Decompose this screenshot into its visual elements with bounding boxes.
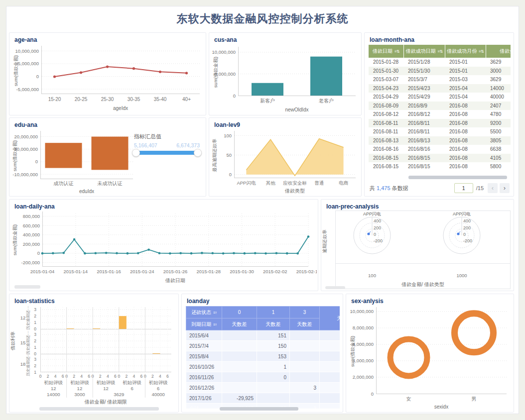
column-header[interactable]: 天数差 (257, 318, 290, 330)
svg-text:2: 2 (125, 374, 128, 379)
table-header-row: 还款状态≡↑013天数差 (186, 307, 340, 318)
svg-text:sum(借款金额): sum(借款金额) (12, 140, 17, 171)
slider-label: 指标汇总值 (134, 133, 200, 140)
table-cell: 2407 (486, 102, 511, 110)
table-cell: 2015/4/29 (403, 93, 445, 102)
table-cell: 2016/10/26 (186, 362, 222, 372)
next-page-button[interactable]: › (500, 183, 510, 193)
svg-text:6: 6 (157, 386, 159, 391)
table-cell: 3805 (486, 136, 511, 145)
svg-text:newOldIdx: newOldIdx (285, 107, 308, 112)
table-row: 2015/7/4150 (186, 341, 340, 351)
table-cell: 2016-08-09 (369, 102, 403, 110)
table-cell: 3629 (486, 75, 511, 84)
svg-text:10,000,000: 10,000,000 (14, 146, 38, 152)
column-header[interactable]: 借款成功月份≡⇅ (445, 45, 486, 58)
table-cell: 2016/8/11 (403, 119, 445, 128)
svg-text:初始评级: 初始评级 (97, 380, 116, 385)
svg-text:ageIdx: ageIdx (113, 105, 128, 111)
column-header[interactable]: 1 (257, 307, 290, 318)
horizontal-scrollbar[interactable] (220, 407, 298, 411)
horizontal-scrollbar[interactable] (14, 285, 40, 289)
sort-icon[interactable]: ≡⇅ (438, 49, 442, 54)
table-row: 2016-08-112016/8/112016-089200 (369, 119, 511, 128)
svg-text:2: 2 (73, 374, 75, 379)
column-header[interactable]: 借款成功日期≡⇅ (403, 45, 445, 58)
table-cell: 2016-08 (445, 136, 486, 145)
svg-text:12: 12 (51, 386, 56, 391)
table-row: 2015/8/4153 (186, 351, 340, 362)
table-cell: -29,925 (222, 393, 257, 404)
slider-handle-left[interactable] (132, 149, 140, 157)
slider-handle-right[interactable] (194, 149, 202, 157)
edu-ana-svg: -10,000,000010,000,00020,000,000sum(借款金额… (9, 129, 136, 195)
column-header[interactable]: 0 (222, 307, 257, 318)
page-input[interactable] (454, 183, 473, 193)
column-header[interactable]: 到期日期≡↑ (186, 318, 222, 330)
svg-text:50: 50 (226, 152, 232, 158)
sort-icon[interactable]: ≡↑ (213, 311, 217, 315)
table-cell: 2015/4/23 (403, 84, 445, 93)
svg-text:14000: 14000 (47, 392, 60, 397)
column-header[interactable]: 天数差 (222, 318, 257, 330)
svg-text:0: 0 (371, 391, 374, 397)
slider-track[interactable] (136, 151, 198, 155)
sort-icon[interactable]: ≡⇅ (394, 49, 399, 54)
summary-slider: 指标汇总值 5,166,407 6,674,373 (134, 133, 200, 155)
column-header[interactable]: 借款金额≡⇅ (486, 45, 511, 58)
table-row: 2016-08-092016/8/92016-082407 (369, 102, 511, 110)
table-cell (320, 351, 340, 362)
svg-text:4: 4 (107, 374, 109, 379)
table-cell: 4105 (486, 154, 511, 163)
table-cell (290, 372, 320, 383)
table-cell: 2016-08 (445, 119, 486, 128)
svg-text:sum(借款金额): sum(借款金额) (350, 336, 355, 367)
svg-text:2: 2 (34, 314, 36, 318)
svg-text:6: 6 (62, 374, 64, 379)
column-header[interactable]: 天数差 (320, 307, 340, 330)
column-header[interactable]: 还款状态≡↑ (186, 307, 222, 318)
table-cell: 2017/1/26 (186, 393, 222, 404)
slider-values: 5,166,407 6,674,373 (134, 142, 200, 148)
table-row: 2015/6/4151 (186, 330, 340, 341)
table-cell: -29,925 (320, 404, 340, 409)
svg-text:0: 0 (36, 74, 39, 79)
svg-text:10,000,000: 10,000,000 (15, 48, 39, 54)
table-cell: 150 (257, 341, 290, 351)
table-row: 2016-08-162016/8/162016-086638 (369, 145, 511, 154)
table-cell: 40000 (486, 93, 511, 102)
table-cell: 2016-08-15 (369, 162, 403, 170)
svg-text:初始评级: 初始评级 (149, 380, 168, 385)
table-cell: 2016-08 (445, 154, 486, 163)
sort-icon[interactable]: ≡⇅ (479, 49, 483, 54)
table-cell: 2015/6/4 (186, 330, 222, 341)
svg-text:男: 男 (472, 396, 477, 402)
table-cell: 14000 (486, 84, 511, 93)
panel-edu-ana: edu-ana -10,000,000010,000,00020,000,000… (9, 117, 206, 197)
table-cell: 2016/12/26 (186, 383, 222, 393)
svg-text:30-35: 30-35 (128, 97, 140, 102)
sort-icon[interactable]: ≡↑ (213, 322, 217, 327)
svg-text:成功认证: 成功认证 (54, 181, 74, 186)
svg-text:2015-02-10: 2015-02-10 (296, 269, 317, 274)
slider-max-value: 6,674,373 (176, 142, 200, 148)
svg-text:其他: 其他 (266, 180, 276, 186)
horizontal-scrollbar[interactable] (325, 286, 345, 289)
table-row: 2016-08-152016/8/152016-084105 (369, 154, 511, 163)
table-cell (222, 330, 257, 341)
horizontal-scrollbar[interactable] (408, 176, 507, 179)
svg-text:借款金额/ 借款期限: 借款金额/ 借款期限 (84, 399, 128, 405)
row-count: 共1,475条数据 (370, 185, 408, 192)
column-header[interactable]: 3 (290, 307, 320, 318)
table-cell: 2016/8/15 (403, 162, 445, 170)
table-header-row: 借款日期≡⇅借款成功日期≡⇅借款成功月份≡⇅借款金额≡⇅ (369, 45, 511, 58)
column-header[interactable]: 天数差 (290, 318, 320, 330)
table-cell (257, 393, 290, 404)
svg-text:35-40: 35-40 (154, 97, 167, 102)
prev-page-button[interactable]: ‹ (488, 183, 498, 193)
horizontal-scrollbar[interactable] (39, 407, 159, 411)
svg-text:应收安全标: 应收安全标 (283, 180, 307, 186)
table-cell: 2015-04 (445, 84, 486, 93)
svg-text:-200,000: -200,000 (21, 260, 40, 265)
column-header[interactable]: 借款日期≡⇅ (369, 45, 403, 58)
